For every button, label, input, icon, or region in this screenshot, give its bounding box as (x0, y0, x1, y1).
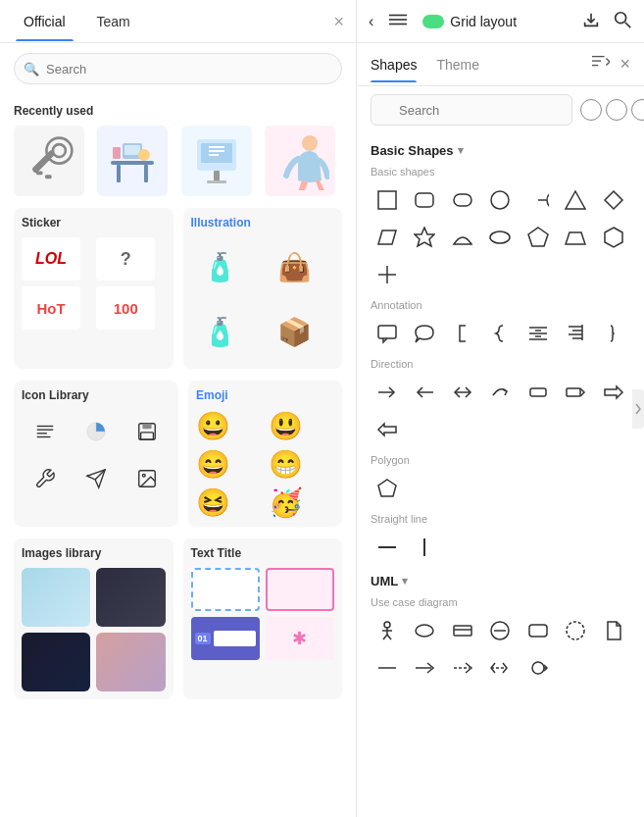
emoji-party[interactable]: 🥳 (269, 486, 335, 519)
emoji-laugh[interactable]: 😁 (269, 448, 335, 481)
shape-arc[interactable] (446, 221, 479, 254)
uml-actor[interactable] (371, 614, 404, 647)
shape-bracket-open[interactable] (446, 317, 479, 350)
shape-pacman[interactable] (521, 183, 555, 217)
icon-image[interactable] (124, 457, 171, 500)
shape-star[interactable] (408, 221, 441, 254)
shape-arrow-left[interactable] (408, 376, 441, 409)
shape-vertical-line[interactable] (408, 531, 441, 564)
illus-bottle[interactable]: 🧴 (191, 237, 250, 296)
recent-item-desk[interactable] (97, 126, 168, 196)
uml-arrow[interactable] (408, 651, 441, 685)
shape-arrow-curved[interactable] (483, 376, 517, 409)
text-box-number[interactable]: 01 (191, 617, 260, 660)
close-left-panel-button[interactable]: × (333, 13, 344, 30)
shape-triangle[interactable] (559, 183, 592, 217)
shape-lines-align[interactable] (521, 317, 555, 350)
svg-rect-15 (207, 180, 226, 183)
uml-dropdown-arrow[interactable]: ▾ (402, 575, 408, 587)
shape-cylinder-small[interactable] (521, 376, 555, 409)
shape-trapezoid[interactable] (559, 221, 592, 254)
filter-circle-2[interactable] (606, 99, 627, 121)
svg-rect-86 (529, 625, 547, 637)
uml-dashed-circle[interactable] (559, 614, 592, 647)
icon-send[interactable] (73, 457, 120, 500)
recent-item-key[interactable] (14, 126, 84, 196)
sort-icon[interactable] (592, 54, 610, 75)
uml-minus-circle[interactable] (483, 614, 517, 647)
shape-arrow-both[interactable] (446, 376, 479, 409)
uml-ellipse[interactable] (408, 614, 441, 647)
right-search-input[interactable] (371, 94, 572, 126)
svg-rect-68 (530, 388, 546, 396)
emoji-smile[interactable]: 😃 (269, 410, 335, 442)
text-box-solid-pink[interactable] (266, 568, 334, 611)
shape-pentagon-poly[interactable] (371, 472, 404, 505)
left-search-input[interactable] (14, 53, 342, 84)
emoji-squint[interactable]: 😆 (196, 486, 263, 519)
shape-speech-bubble[interactable] (408, 317, 441, 350)
back-button[interactable]: ‹ (369, 13, 373, 30)
illus-box[interactable]: 📦 (266, 302, 324, 361)
emoji-beam[interactable]: 😄 (196, 448, 263, 481)
icon-wrench[interactable] (22, 457, 69, 500)
shape-arrow-fat-left[interactable] (371, 413, 404, 446)
uml-double-arrow[interactable] (483, 651, 517, 685)
uml-rect-label[interactable] (446, 614, 479, 647)
emoji-grin[interactable]: 😀 (196, 410, 263, 442)
sticker-question[interactable]: ? (96, 237, 155, 281)
uml-dashed-arrow[interactable] (446, 651, 479, 685)
tab-team[interactable]: Team (89, 2, 138, 41)
shape-rounded-rect[interactable] (408, 183, 441, 217)
shape-speech-rect[interactable] (371, 317, 404, 350)
shape-square[interactable] (371, 183, 404, 217)
shape-pentagon[interactable] (521, 221, 555, 254)
image-dark[interactable] (96, 568, 165, 627)
expand-handle[interactable] (632, 389, 644, 429)
shape-circle[interactable] (483, 183, 517, 217)
download-button[interactable] (581, 10, 601, 33)
shape-hexagon[interactable] (597, 221, 630, 254)
shape-rect-arrow[interactable] (559, 376, 592, 409)
tab-theme[interactable]: Theme (436, 47, 479, 82)
shape-diamond[interactable] (597, 183, 630, 217)
image-blue[interactable] (22, 568, 90, 627)
shape-brace-end[interactable] (597, 317, 630, 350)
text-box-asterisk[interactable]: ✱ (266, 617, 334, 660)
text-box-dashed-blue[interactable] (191, 568, 260, 611)
sticker-lol[interactable]: LOL (22, 237, 80, 281)
sticker-100[interactable]: 100 (96, 286, 155, 330)
icon-save[interactable] (124, 410, 171, 453)
icon-pie[interactable] (73, 410, 120, 453)
icon-list[interactable] (22, 410, 69, 453)
tab-official[interactable]: Official (16, 2, 74, 41)
hamburger-menu-button[interactable] (389, 13, 407, 30)
shape-align-right[interactable] (559, 317, 592, 350)
image-legs[interactable] (96, 633, 165, 691)
uml-doc[interactable] (597, 614, 630, 647)
close-right-panel-button[interactable]: × (619, 54, 630, 75)
shape-stadium[interactable] (446, 183, 479, 217)
filter-circle-1[interactable] (580, 99, 602, 121)
search-header-icon[interactable] (613, 10, 632, 33)
shape-ellipse[interactable] (483, 221, 517, 254)
shape-brace-left[interactable] (483, 317, 517, 350)
shape-horizontal-line[interactable] (371, 531, 404, 564)
uml-rounded-rect[interactable] (521, 614, 555, 647)
filter-circle-3[interactable] (631, 99, 644, 121)
svg-rect-82 (454, 626, 471, 636)
basic-shapes-dropdown-arrow[interactable]: ▾ (458, 144, 464, 157)
recent-item-figure[interactable] (265, 126, 335, 196)
image-night[interactable] (22, 633, 90, 691)
shape-cross[interactable] (371, 258, 404, 291)
shape-arrow-fat-right[interactable] (597, 376, 630, 409)
illus-bag[interactable]: 👜 (266, 237, 324, 296)
uml-line[interactable] (371, 651, 404, 685)
shape-parallelogram[interactable] (371, 221, 404, 254)
recent-item-board[interactable] (181, 126, 252, 196)
illus-bottle2[interactable]: 🧴 (191, 302, 250, 361)
tab-shapes[interactable]: Shapes (371, 47, 417, 82)
uml-circle-arrow[interactable] (521, 651, 555, 685)
shape-arrow-right[interactable] (371, 376, 404, 409)
sticker-hot[interactable]: HoT (22, 286, 80, 330)
